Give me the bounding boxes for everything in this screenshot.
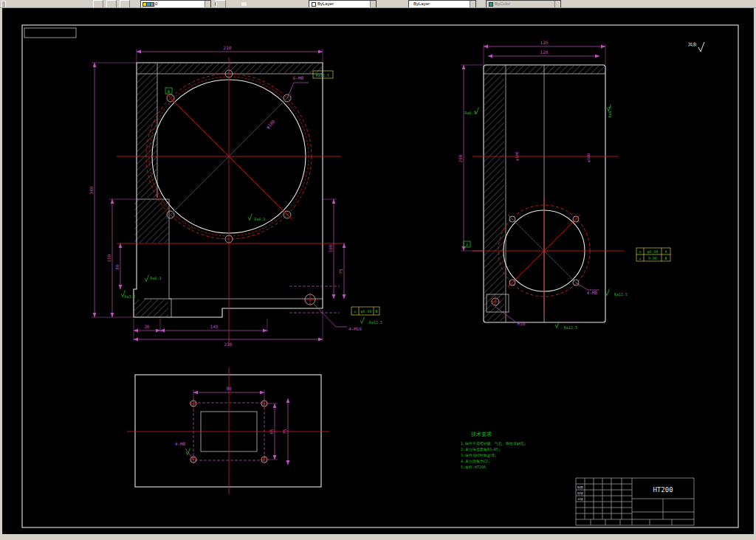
color-combo-value: ByLayer [317, 1, 334, 7]
dim-left-total: 340 [89, 186, 94, 194]
side-holes-callout: 4-M8 [587, 290, 598, 295]
title-block-label: 审核 [577, 497, 583, 501]
dim-top-outer: 135 [540, 40, 549, 45]
rough-drain: Ra12.5 [369, 320, 382, 325]
corner-roughness-note: 其余 [688, 41, 704, 52]
side-rough-bottom: Ra12.5 [564, 325, 577, 330]
chevron-down-icon[interactable] [470, 1, 475, 7]
sheet-border [22, 25, 738, 527]
bottom-outline[interactable] [135, 375, 321, 487]
front-drain-hole[interactable] [289, 286, 340, 313]
plotstyle-icon [489, 2, 493, 7]
dim-left-mid: 160 [106, 254, 111, 262]
front-outline[interactable] [134, 63, 323, 317]
toolbar-grip[interactable] [1, 1, 6, 8]
linetype-combo[interactable]: ByLayer [408, 0, 476, 8]
bottom-view[interactable]: 80 65 75 4-M8 [127, 367, 329, 494]
chevron-down-icon [554, 1, 560, 7]
notes-title: 技术要求 [470, 432, 492, 437]
dim-right-1: 100 [328, 244, 333, 252]
plotstyle-combo-value: ByColor [495, 1, 510, 7]
layer-previous-button[interactable] [120, 0, 130, 8]
bore-right-label: φ160 [586, 153, 591, 162]
title-block-label: 校核 [577, 491, 583, 495]
chevron-down-icon[interactable] [370, 1, 376, 7]
dim-left-small: 80 [114, 264, 120, 270]
datum-b-flag: B [168, 89, 170, 94]
bottom-dim-top: 80 [226, 386, 232, 391]
color-combo[interactable]: ByLayer [309, 0, 377, 8]
side-rough-holes: Ra12.5 [614, 292, 628, 297]
fcf-r2-symbol: ⊥ [639, 256, 641, 260]
title-block: HT200 制图 校核 审核 [576, 478, 694, 525]
side-hatch [484, 66, 605, 321]
dim-bottom-total: 210 [224, 342, 233, 347]
note-line: 3.铸件须经时效处理; [461, 453, 497, 458]
make-layer-current-button[interactable] [216, 0, 226, 8]
fcf-r1-datum: A [664, 249, 667, 254]
bottom-dim-right-outer: 75 [282, 429, 287, 435]
front-hatch [134, 63, 322, 316]
holes-callout: 6-M8 [293, 75, 304, 80]
bore-left-label: φ180 [515, 152, 520, 161]
layer-states-button[interactable] [106, 0, 117, 8]
page-icon [241, 2, 247, 6]
note-line: 5.材料:HT200。 [461, 465, 489, 470]
rough-foot: Ra3.2 [124, 294, 135, 299]
bore-diameter-label: φ180 [265, 118, 277, 130]
note-line: 2.未注铸造圆角R3~R5; [461, 447, 501, 452]
dim-bottom-mid: 145 [210, 324, 219, 329]
dim-left: 200 [458, 154, 463, 162]
roughness-symbol-icon [360, 317, 364, 324]
note-line: 1.铸件不得有砂眼、气孔、裂纹等缺陷; [461, 441, 526, 446]
roughness-symbol-icon [248, 214, 252, 221]
fcf-datum: B [375, 309, 377, 314]
note-line: 4.未注倒角为C2; [461, 459, 490, 464]
fcf-r1-symbol: ◎ [639, 249, 641, 254]
bottom-holes-callout: 4-M8 [175, 441, 186, 446]
boss-callout: M10 [518, 321, 526, 326]
chevron-down-icon[interactable] [205, 1, 210, 7]
fcf-value: φ0.06 [360, 309, 371, 314]
object-properties-toolbar: 0 ByLayer ByLayer ByColor [0, 0, 756, 8]
technical-notes: 技术要求 1.铸件不得有砂眼、气孔、裂纹等缺陷; 2.未注铸造圆角R3~R5; … [461, 432, 526, 470]
plotstyle-combo: ByColor [486, 0, 561, 8]
fcf-r2-datum: B [664, 256, 667, 260]
fcf-r2-value: 0.06 [648, 256, 657, 260]
fcf-symbol: ◎ [354, 309, 356, 314]
dim-right-2: 75 [338, 269, 343, 274]
dim-bottom-small: 36 [144, 324, 150, 329]
layer-lock-icon [150, 2, 154, 7]
cad-canvas[interactable]: 其余 [2, 7, 754, 534]
layers-dialog-button[interactable] [93, 0, 103, 8]
corner-note-text: 其余 [688, 41, 697, 47]
rough-holes: Ra12.5 [316, 73, 329, 77]
roughness-symbol-icon [698, 42, 704, 52]
datum-a-flag: A [466, 243, 468, 247]
dim-top: 210 [224, 45, 232, 50]
side-view[interactable]: 135 120 200 φ180 φ160 Ra6.3 Ra6.3 A ◎ φ0… [458, 40, 670, 330]
bottom-dimensions: 80 65 75 4-M8 [175, 386, 288, 465]
roughness-symbol-icon [605, 289, 609, 296]
rough-top-left: Ra6.3 [464, 111, 475, 115]
rough-top-right: Ra6.3 [608, 106, 612, 117]
roughness-symbol-icon [145, 275, 148, 282]
dim-top-inner: 120 [540, 49, 549, 55]
linetype-combo-value: ByLayer [413, 1, 430, 7]
bottom-dim-right-inner: 65 [269, 429, 274, 435]
layer-combo[interactable]: 0 [140, 0, 211, 8]
rough-left: Ra6.3 [150, 276, 161, 280]
color-swatch-icon [312, 2, 316, 7]
rough-bore: Ra6.3 [254, 217, 265, 221]
title-block-label: 制图 [577, 485, 583, 490]
drawing-svg[interactable]: 其余 [2, 7, 754, 534]
drain-callout: 4-M16 [348, 326, 362, 331]
front-view[interactable]: 210 36 145 210 340 160 80 100 75 φ180 6-… [89, 45, 382, 347]
front-dimensions: 210 36 145 210 340 160 80 100 75 φ180 [89, 45, 344, 347]
layer-combo-value: 0 [155, 1, 157, 7]
material-spec: HT200 [653, 486, 673, 494]
fcf-r1-value: φ0.08 [647, 249, 658, 255]
